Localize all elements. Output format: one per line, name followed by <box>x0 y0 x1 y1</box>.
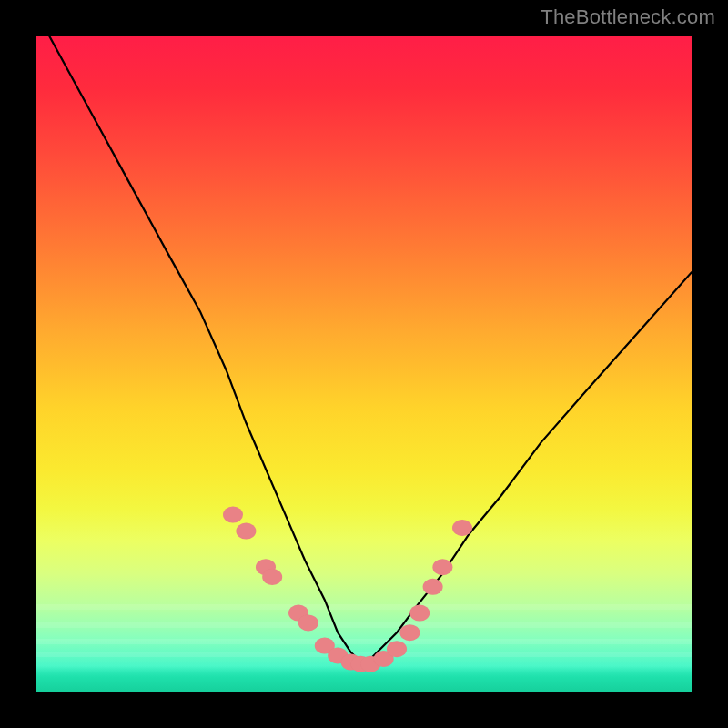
data-marker <box>452 520 472 536</box>
data-marker <box>399 624 420 641</box>
data-marker <box>432 559 452 575</box>
data-marker <box>410 605 430 622</box>
data-marker <box>298 614 318 631</box>
chart-svg <box>36 36 692 692</box>
data-marker <box>423 579 443 595</box>
data-marker <box>387 641 407 657</box>
plot-area <box>36 36 692 692</box>
chart-frame: TheBottleneck.com <box>0 0 728 728</box>
data-marker <box>223 507 243 523</box>
bottleneck-curve <box>49 36 692 665</box>
data-marker <box>236 523 256 540</box>
data-marker <box>262 569 282 585</box>
watermark-text: TheBottleneck.com <box>541 5 715 29</box>
